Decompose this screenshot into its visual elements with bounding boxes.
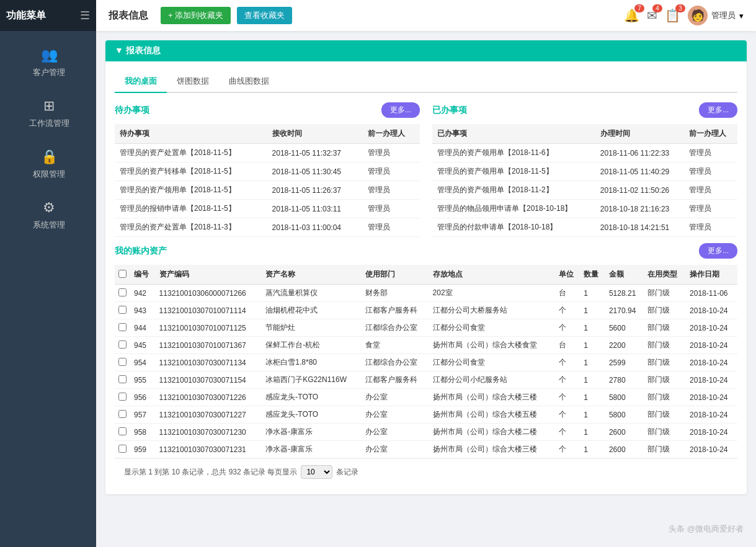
pending-row-time: 2018-11-05 11:26:37 bbox=[267, 181, 363, 200]
pending-row-name[interactable]: 管理员的报销申请单【2018-11-5】 bbox=[115, 200, 267, 218]
pending-more-button[interactable]: 更多... bbox=[381, 102, 420, 118]
row-checkbox-cell bbox=[115, 302, 130, 319]
pending-title-row: 待办事项 更多... bbox=[115, 102, 420, 118]
done-more-button[interactable]: 更多... bbox=[699, 102, 737, 118]
row-checkbox[interactable] bbox=[118, 306, 127, 314]
asset-dept: 办公室 bbox=[362, 389, 429, 406]
asset-type: 部门级 bbox=[644, 302, 686, 319]
asset-qty: 1 bbox=[580, 337, 605, 354]
pending-row-handler: 管理员 bbox=[363, 200, 420, 218]
asset-location: 扬州市局（公司）综合大楼食堂 bbox=[429, 337, 555, 354]
done-title: 已办事项 bbox=[432, 105, 467, 116]
sidebar-item-customer[interactable]: 👥 客户管理 bbox=[0, 37, 96, 88]
pending-row-name[interactable]: 管理员的资产处置单【2018-11-5】 bbox=[115, 144, 267, 162]
row-checkbox[interactable] bbox=[118, 427, 127, 435]
asset-code[interactable]: 113210010307030071227 bbox=[156, 406, 262, 424]
asset-code[interactable]: 113210010307030071230 bbox=[156, 424, 262, 441]
asset-name: 冰柜白雪1.8*80 bbox=[262, 354, 362, 371]
done-row-name[interactable]: 管理员的付款申请单【2018-10-18】 bbox=[432, 218, 595, 237]
asset-amount: 2170.94 bbox=[605, 302, 644, 319]
assets-col-location: 存放地点 bbox=[429, 265, 555, 285]
asset-date: 2018-10-24 bbox=[686, 354, 737, 371]
pending-row-name[interactable]: 管理员的资产领用单【2018-11-5】 bbox=[115, 181, 267, 200]
asset-code[interactable]: 113210010306000071266 bbox=[156, 285, 262, 302]
asset-code[interactable]: 113210010307010071114 bbox=[156, 302, 262, 319]
done-row-name[interactable]: 管理员的物品领用申请单【2018-10-18】 bbox=[432, 200, 595, 218]
pending-row-name[interactable]: 管理员的资产转移单【2018-11-5】 bbox=[115, 162, 267, 181]
asset-qty: 1 bbox=[580, 441, 605, 458]
asset-code[interactable]: 113210010307010071367 bbox=[156, 337, 262, 354]
pending-col: 待办事项 更多... 待办事项 接收时间 前一办理人 bbox=[115, 102, 420, 237]
row-checkbox[interactable] bbox=[118, 323, 127, 331]
asset-code[interactable]: 113210010307030071154 bbox=[156, 371, 262, 389]
tab-pie[interactable]: 饼图数据 bbox=[167, 71, 219, 93]
sidebar-item-permission[interactable]: 🔒 权限管理 bbox=[0, 139, 96, 190]
row-checkbox-cell bbox=[115, 319, 130, 337]
row-checkbox[interactable] bbox=[118, 445, 127, 453]
assets-more-button[interactable]: 更多... bbox=[699, 243, 737, 259]
asset-code[interactable]: 113210010307030071134 bbox=[156, 354, 262, 371]
asset-unit: 个 bbox=[555, 354, 580, 371]
table-row: 管理员的资产处置单【2018-11-3】 2018-11-03 11:00:04… bbox=[115, 218, 420, 237]
per-page-select[interactable]: 102050100 bbox=[301, 465, 332, 479]
asset-num: 959 bbox=[130, 441, 156, 458]
asset-qty: 1 bbox=[580, 406, 605, 424]
row-checkbox[interactable] bbox=[118, 393, 127, 401]
asset-location: 扬州市局（公司）综合大楼三楼 bbox=[429, 389, 555, 406]
asset-num: 945 bbox=[130, 337, 156, 354]
pending-row-name[interactable]: 管理员的资产处置单【2018-11-3】 bbox=[115, 218, 267, 237]
table-row: 945 113210010307010071367 保鲜工作台-杭松 食堂 扬州… bbox=[115, 337, 737, 354]
asset-name: 蒸汽流量积算仪 bbox=[262, 285, 362, 302]
row-checkbox-cell bbox=[115, 389, 130, 406]
table-row: 管理员的报销申请单【2018-11-5】 2018-11-05 11:03:11… bbox=[115, 200, 420, 218]
asset-code[interactable]: 113210010307030071226 bbox=[156, 389, 262, 406]
asset-name: 净水器-康富乐 bbox=[262, 424, 362, 441]
assets-col-amount: 金额 bbox=[605, 265, 644, 285]
row-checkbox[interactable] bbox=[118, 288, 127, 296]
asset-amount: 2599 bbox=[605, 354, 644, 371]
done-col-handler: 前一办理人 bbox=[684, 124, 737, 144]
asset-unit: 个 bbox=[555, 319, 580, 337]
view-favorites-button[interactable]: 查看收藏夹 bbox=[237, 7, 292, 24]
table-row: 管理员的资产领用单【2018-11-5】 2018-11-05 11:40:29… bbox=[432, 162, 737, 181]
notification-mail[interactable]: ✉ 4 bbox=[647, 8, 657, 23]
tab-line[interactable]: 曲线图数据 bbox=[219, 71, 279, 93]
asset-type: 部门级 bbox=[644, 354, 686, 371]
asset-location: 江都分公司小纪服务站 bbox=[429, 371, 555, 389]
assets-col-date: 操作日期 bbox=[686, 265, 737, 285]
user-menu[interactable]: 🧑 管理员 ▾ bbox=[688, 6, 744, 25]
row-checkbox[interactable] bbox=[118, 375, 127, 383]
row-checkbox[interactable] bbox=[118, 358, 127, 366]
row-checkbox[interactable] bbox=[118, 340, 127, 349]
asset-type: 部门级 bbox=[644, 389, 686, 406]
done-row-name[interactable]: 管理员的资产领用单【2018-11-5】 bbox=[432, 162, 595, 181]
done-row-name[interactable]: 管理员的资产领用单【2018-11-6】 bbox=[432, 144, 595, 162]
asset-type: 部门级 bbox=[644, 285, 686, 302]
done-row-name[interactable]: 管理员的资产领用单【2018-11-2】 bbox=[432, 181, 595, 200]
hamburger-icon[interactable]: ☰ bbox=[80, 9, 90, 22]
notification-bell[interactable]: 🔔 7 bbox=[624, 8, 639, 23]
asset-name: 净水器-康富乐 bbox=[262, 441, 362, 458]
asset-code[interactable]: 113210010307010071125 bbox=[156, 319, 262, 337]
pending-col-name: 待办事项 bbox=[115, 124, 267, 144]
add-to-favorites-button[interactable]: + 添加到收藏夹 bbox=[161, 7, 231, 24]
pending-col-handler: 前一办理人 bbox=[363, 124, 420, 144]
table-row: 管理员的资产领用单【2018-11-2】 2018-11-02 11:50:26… bbox=[432, 181, 737, 200]
asset-unit: 个 bbox=[555, 406, 580, 424]
sidebar-nav: 👥 客户管理 ⊞ 工作流管理 🔒 权限管理 ⚙ 系统管理 bbox=[0, 31, 96, 547]
select-all-checkbox[interactable] bbox=[118, 270, 127, 278]
asset-num: 944 bbox=[130, 319, 156, 337]
sidebar-item-system[interactable]: ⚙ 系统管理 bbox=[0, 190, 96, 241]
notif-count-2: 4 bbox=[652, 4, 662, 12]
asset-code[interactable]: 113210010307030071231 bbox=[156, 441, 262, 458]
row-checkbox[interactable] bbox=[118, 410, 127, 418]
sidebar-item-workflow[interactable]: ⊞ 工作流管理 bbox=[0, 88, 96, 139]
pending-row-handler: 管理员 bbox=[363, 181, 420, 200]
chevron-down-icon: ▾ bbox=[739, 11, 744, 20]
tasks-section: 待办事项 更多... 待办事项 接收时间 前一办理人 bbox=[115, 102, 737, 237]
pending-title: 待办事项 bbox=[115, 105, 149, 116]
assets-col-num: 编号 bbox=[130, 265, 156, 285]
notification-task[interactable]: 📋 3 bbox=[665, 8, 680, 23]
tab-desk[interactable]: 我的桌面 bbox=[115, 71, 167, 93]
table-row: 957 113210010307030071227 感应龙头-TOTO 办公室 … bbox=[115, 406, 737, 424]
